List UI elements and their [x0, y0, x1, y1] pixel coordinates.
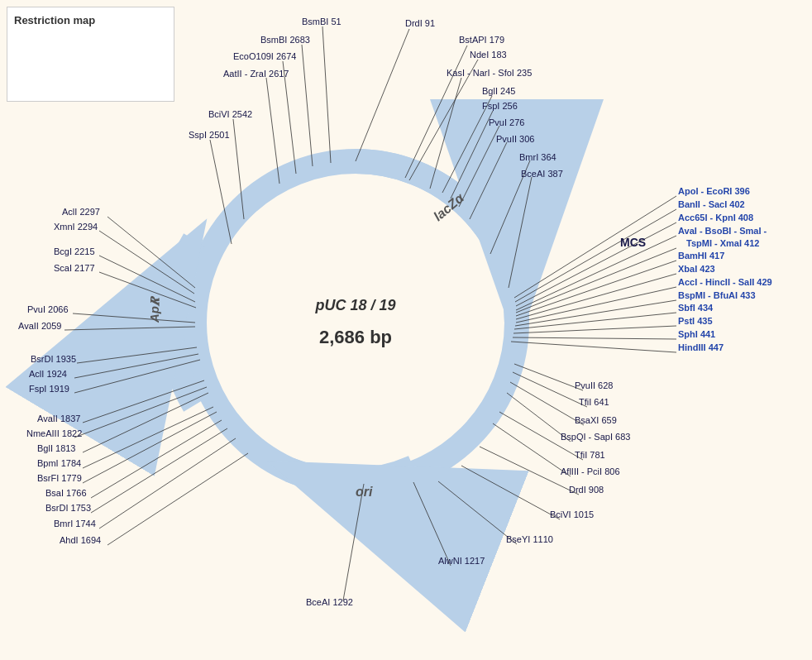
svg-line-13 — [322, 26, 331, 163]
label-ahdi-1694: AhdI 1694 — [60, 535, 101, 545]
svg-line-24 — [516, 261, 676, 316]
svg-line-10 — [470, 142, 507, 219]
label-bsai-1766: BsaI 1766 — [45, 488, 87, 498]
label-bstapi-179: BstAPI 179 — [459, 35, 504, 45]
label-bsaxi-659: BsaXI 659 — [575, 415, 617, 425]
label-acc65i-408: Acc65I - KpnI 408 — [678, 213, 753, 222]
restriction-map-title: Restriction map — [7, 7, 174, 102]
svg-line-54 — [83, 393, 208, 452]
label-bgli-245: BglI 245 — [482, 86, 515, 96]
svg-line-32 — [514, 364, 583, 390]
label-nmeaiii-1822: NmeAIII 1822 — [26, 428, 82, 438]
label-psti-435: PstI 435 — [678, 316, 713, 326]
svg-line-8 — [451, 111, 493, 198]
label-bsrdi-1935: BsrDI 1935 — [31, 354, 76, 364]
label-avaii-2059: AvaII 2059 — [18, 321, 61, 331]
label-drdi-91: DrdI 91 — [405, 18, 435, 28]
svg-line-16 — [266, 78, 279, 184]
label-bsrfi-1779: BsrFI 1779 — [37, 473, 82, 483]
label-hindiii-447: HindIII 447 — [678, 342, 724, 352]
label-bcivi-1015: BciVI 1015 — [550, 509, 594, 519]
label-bmri-1744: BmrI 1744 — [54, 519, 96, 528]
svg-line-9 — [459, 126, 499, 207]
svg-line-58 — [91, 428, 227, 513]
svg-line-57 — [91, 420, 222, 498]
svg-line-6 — [430, 78, 461, 189]
label-bsmbi-51: BsmBI 51 — [302, 17, 342, 26]
label-afliii-806: AflIII - PciI 806 — [561, 466, 620, 476]
label-bmri-364: BmrI 364 — [519, 152, 556, 162]
label-pvuii-306: PvuII 306 — [496, 134, 534, 144]
label-apoi-396: ApoI - EcoRI 396 — [678, 186, 750, 196]
svg-line-40 — [438, 481, 517, 544]
label-avaii-1837: AvaII 1837 — [37, 414, 80, 423]
label-sspi-2501: SspI 2501 — [189, 130, 230, 140]
svg-text:MCS: MCS — [620, 236, 646, 249]
label-sphi-441: SphI 441 — [678, 329, 715, 339]
label-bsmbi-2683: BsmBI 2683 — [260, 35, 310, 45]
svg-line-20 — [515, 209, 676, 302]
label-bcgi-2215: BcgI 2215 — [54, 246, 95, 256]
map-container: lacZα Ap𝑹 ori pUC 18 / 19 2,686 bp MCS D… — [0, 0, 812, 660]
svg-line-42 — [343, 484, 364, 600]
svg-line-4 — [405, 45, 467, 178]
svg-line-3 — [356, 29, 409, 161]
label-bsrdi-1753: BsrDI 1753 — [45, 503, 91, 513]
label-tfii-641: TfiI 641 — [579, 397, 609, 407]
label-pvui-2066: PvuI 2066 — [27, 304, 69, 314]
label-bceai-1292: BceAI 1292 — [306, 597, 353, 607]
svg-text:ori: ori — [356, 485, 373, 499]
label-fspi-1919: FspI 1919 — [29, 384, 69, 394]
svg-line-22 — [516, 236, 676, 310]
label-acli-1924: AclI 1924 — [29, 369, 67, 379]
label-bpmi-1784: BpmI 1784 — [37, 458, 81, 468]
label-bspqi-683: BspQI - SapI 683 — [561, 432, 630, 442]
label-banii-402: BanII - SacI 402 — [678, 199, 745, 209]
label-bamhi-417: BamHI 417 — [678, 251, 724, 261]
label-acli-2297: AclI 2297 — [62, 207, 100, 217]
svg-line-26 — [516, 287, 676, 323]
label-pvuii-628: PvuII 628 — [575, 380, 613, 390]
label-bceai-387: BceAI 387 — [521, 169, 563, 179]
svg-line-30 — [513, 337, 676, 339]
svg-text:2,686 bp: 2,686 bp — [319, 327, 392, 347]
label-pvui-276: PvuI 276 — [489, 117, 524, 127]
label-xbai-423: XbaI 423 — [678, 264, 715, 274]
label-kasi-235: KasI - NarI - SfoI 235 — [447, 68, 532, 78]
label-scai-2177: ScaI 2177 — [54, 263, 95, 273]
label-sbfi-434: SbfI 434 — [678, 303, 713, 313]
label-bcivi-2542: BciVI 2542 — [208, 109, 252, 119]
label-alwni-1217: AlwNI 1217 — [438, 556, 485, 566]
svg-line-41 — [413, 482, 451, 566]
svg-line-14 — [302, 45, 313, 166]
label-aatii-2617: AatII - ZraI 2617 — [223, 69, 289, 79]
label-tspmi-412: TspMI - XmaI 412 — [686, 238, 759, 248]
label-bspmi-433: BspMI - BfuAI 433 — [678, 290, 756, 300]
svg-text:pUC 18 / 19: pUC 18 / 19 — [314, 297, 395, 313]
svg-line-37 — [493, 423, 571, 476]
svg-text:Ap𝑹: Ap𝑹 — [147, 295, 161, 323]
svg-line-53 — [74, 387, 207, 438]
svg-line-21 — [516, 222, 676, 306]
label-bgli-1813: BglI 1813 — [37, 443, 75, 453]
label-avai-412: AvaI - BsoBI - SmaI - — [678, 226, 767, 236]
svg-line-60 — [107, 453, 248, 545]
label-xmni-2294: XmnI 2294 — [54, 222, 98, 232]
label-acci-429: AccI - HincII - SalI 429 — [678, 277, 772, 287]
svg-line-27 — [515, 300, 676, 326]
svg-line-31 — [511, 342, 676, 352]
label-tfii-781: TfiI 781 — [575, 450, 605, 460]
label-drdi-908: DrdI 908 — [569, 485, 604, 495]
svg-line-59 — [99, 438, 236, 528]
label-ecoo109i-2674: EcoO109I 2674 — [233, 51, 296, 61]
label-bseyi-1110: BseYI 1110 — [506, 534, 553, 544]
label-ndei-183: NdeI 183 — [470, 50, 507, 60]
label-fspi-256: FspI 256 — [482, 101, 518, 111]
